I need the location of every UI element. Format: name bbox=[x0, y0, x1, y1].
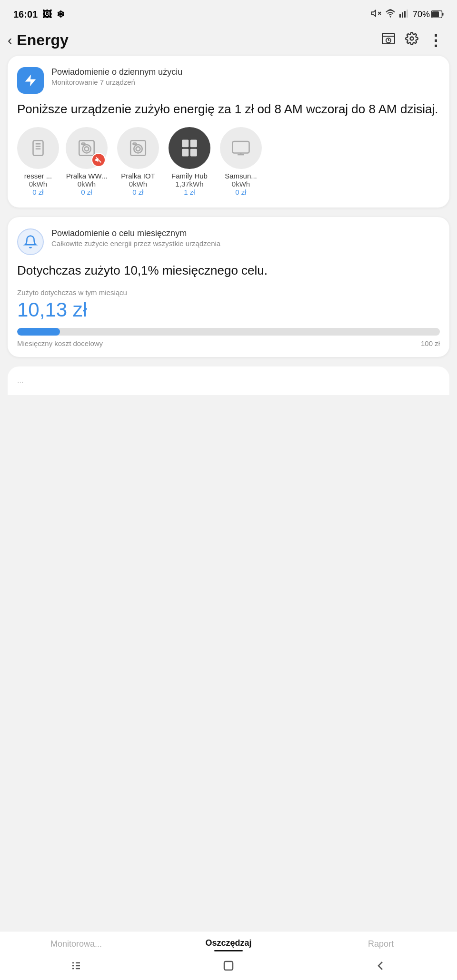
card1-subtitle: Monitorowanie 7 urządzeń bbox=[51, 78, 182, 86]
card1-title: Powiadomienie o dziennym użyciu bbox=[51, 67, 182, 77]
device-item[interactable]: Pralka WW... 0kWh 0 zł bbox=[63, 127, 110, 196]
monthly-goal-value: 100 zł bbox=[421, 339, 440, 347]
gallery-icon: 🖼 bbox=[42, 9, 52, 20]
device-icon bbox=[17, 127, 59, 169]
device-cost: 0 zł bbox=[235, 188, 246, 196]
device-cost: 0 zł bbox=[81, 188, 92, 196]
snowflake-icon: ❄ bbox=[57, 9, 65, 20]
back-button[interactable]: ‹ bbox=[8, 34, 12, 47]
lightning-icon-circle bbox=[17, 67, 44, 94]
tab-raport-label: Raport bbox=[368, 939, 394, 951]
monthly-goal-card: Powiadomienie o celu miesięcznym Całkowi… bbox=[8, 217, 449, 357]
svg-rect-16 bbox=[33, 140, 43, 156]
svg-rect-23 bbox=[82, 143, 85, 145]
top-nav-right: ⋮ bbox=[381, 32, 444, 49]
device-name: Pralka IOT bbox=[121, 172, 155, 180]
svg-rect-33 bbox=[233, 141, 249, 153]
device-icon bbox=[220, 127, 262, 169]
page-title: Energy bbox=[17, 31, 68, 49]
top-nav-left: ‹ Energy bbox=[8, 31, 69, 49]
svg-rect-4 bbox=[402, 12, 403, 18]
recent-apps-button[interactable] bbox=[70, 959, 83, 972]
device-item[interactable]: resser ... 0kWh 0 zł bbox=[17, 127, 59, 196]
card2-title: Powiadomienie o celu miesięcznym bbox=[51, 228, 220, 238]
device-mute-badge bbox=[91, 153, 106, 167]
svg-rect-8 bbox=[432, 11, 439, 17]
svg-point-22 bbox=[85, 147, 89, 151]
daily-usage-card: Powiadomienie o dziennym użyciu Monitoro… bbox=[8, 56, 449, 208]
svg-rect-9 bbox=[442, 13, 444, 16]
svg-point-15 bbox=[410, 37, 414, 40]
tab-oszczedzaj-label: Oszczędzaj bbox=[205, 938, 251, 950]
device-kwh: 0kWh bbox=[29, 180, 47, 188]
svg-point-27 bbox=[136, 147, 140, 151]
device-kwh: 0kWh bbox=[78, 180, 96, 188]
top-nav: ‹ Energy ⋮ bbox=[0, 27, 457, 56]
wifi-icon bbox=[385, 8, 396, 21]
bottom-nav-area: Monitorowa... Oszczędzaj Raport bbox=[0, 931, 457, 980]
monthly-goal-label: Miesięczny koszt docelowy bbox=[17, 339, 103, 347]
bell-icon-circle bbox=[17, 228, 44, 255]
device-cost: 0 zł bbox=[132, 188, 143, 196]
device-icon bbox=[117, 127, 159, 169]
device-item[interactable]: Family Hub 1,37kWh 1 zł bbox=[166, 127, 213, 196]
battery-status: 70% bbox=[413, 10, 444, 20]
back-system-button[interactable] bbox=[374, 959, 387, 972]
status-bar: 16:01 🖼 ❄ bbox=[0, 0, 457, 27]
device-name: Family Hub bbox=[171, 172, 208, 180]
device-name: resser ... bbox=[24, 172, 52, 180]
card2-main-text: Dotychczas zużyto 10,1% miesięcznego cel… bbox=[17, 263, 440, 279]
status-bar-right: 70% bbox=[371, 8, 444, 21]
main-content: Powiadomienie o dziennym użyciu Monitoro… bbox=[0, 56, 457, 490]
progress-bar bbox=[17, 328, 440, 336]
status-bar-left: 16:01 🖼 ❄ bbox=[13, 9, 65, 20]
partial-text: ... bbox=[17, 376, 440, 385]
svg-rect-29 bbox=[182, 139, 189, 147]
tab-monitorowanie-label: Monitorowa... bbox=[50, 939, 102, 951]
card2-header-text: Powiadomienie o celu miesięcznym Całkowi… bbox=[51, 228, 220, 247]
used-label: Zużyto dotychczas w tym miesiącu bbox=[17, 288, 440, 297]
more-options-icon[interactable]: ⋮ bbox=[428, 33, 444, 48]
svg-rect-28 bbox=[133, 143, 137, 145]
device-name: Pralka WW... bbox=[66, 172, 108, 180]
device-icon bbox=[169, 127, 210, 169]
mute-icon bbox=[371, 8, 381, 21]
status-time: 16:01 bbox=[13, 9, 38, 20]
tab-raport[interactable]: Raport bbox=[352, 939, 409, 951]
device-item[interactable]: Samsun... 0kWh 0 zł bbox=[217, 127, 265, 196]
card1-header-text: Powiadomienie o dziennym użyciu Monitoro… bbox=[51, 67, 182, 86]
svg-rect-30 bbox=[190, 139, 197, 147]
device-kwh: 0kWh bbox=[232, 180, 250, 188]
device-kwh: 1,37kWh bbox=[175, 180, 203, 188]
svg-rect-42 bbox=[224, 961, 233, 970]
used-amount: 10,13 zł bbox=[17, 298, 440, 321]
device-cost: 0 zł bbox=[32, 188, 43, 196]
card1-main-text: Poniższe urządzenie zużyło energię za 1 … bbox=[17, 101, 440, 118]
card1-header: Powiadomienie o dziennym użyciu Monitoro… bbox=[17, 67, 440, 94]
tab-monitorowanie[interactable]: Monitorowa... bbox=[48, 939, 105, 951]
progress-bar-fill bbox=[17, 328, 60, 336]
svg-point-2 bbox=[390, 16, 391, 17]
svg-point-21 bbox=[82, 145, 91, 153]
device-name: Samsun... bbox=[225, 172, 257, 180]
tab-oszczedzaj[interactable]: Oszczędzaj bbox=[200, 938, 257, 951]
system-nav bbox=[0, 954, 457, 980]
device-item[interactable]: Pralka IOT 0kWh 0 zł bbox=[114, 127, 162, 196]
device-cost: 1 zł bbox=[184, 188, 195, 196]
signal-icon bbox=[399, 8, 409, 21]
svg-rect-32 bbox=[190, 149, 197, 157]
svg-point-26 bbox=[134, 145, 142, 153]
progress-labels: Miesięczny koszt docelowy 100 zł bbox=[17, 339, 440, 347]
timer-icon[interactable] bbox=[381, 32, 396, 48]
device-carousel[interactable]: resser ... 0kWh 0 zł bbox=[17, 127, 440, 198]
svg-rect-3 bbox=[399, 14, 401, 18]
settings-icon[interactable] bbox=[405, 32, 418, 49]
device-kwh: 0kWh bbox=[129, 180, 147, 188]
svg-rect-6 bbox=[407, 10, 408, 18]
bottom-tabs: Monitorowa... Oszczędzaj Raport bbox=[0, 931, 457, 954]
card2-header: Powiadomienie o celu miesięcznym Całkowi… bbox=[17, 228, 440, 255]
svg-rect-31 bbox=[182, 149, 189, 157]
device-icon-wrap bbox=[66, 127, 108, 169]
partial-card: ... bbox=[8, 366, 449, 395]
home-button[interactable] bbox=[222, 959, 235, 972]
